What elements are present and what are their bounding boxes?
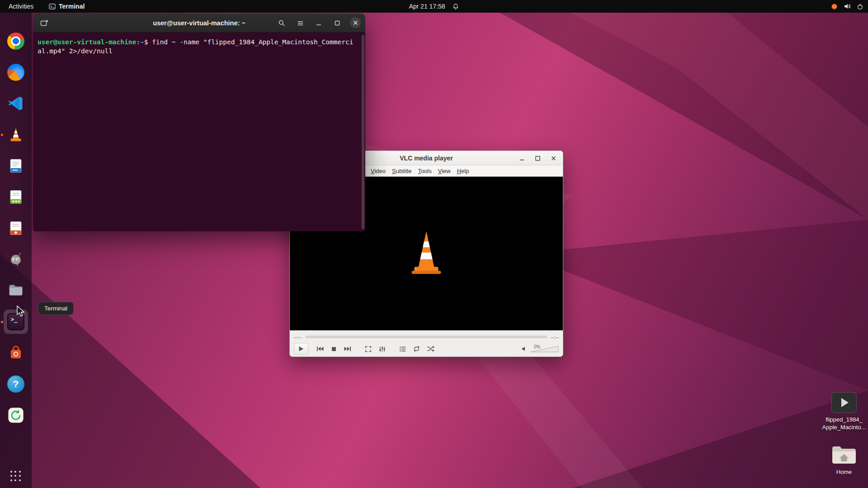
home-folder-icon	[831, 445, 857, 465]
vscode-icon	[8, 95, 24, 112]
menu-item-view[interactable]: View	[435, 167, 454, 175]
fullscreen-button[interactable]	[363, 344, 373, 354]
maximize-button[interactable]	[331, 17, 343, 29]
play-icon	[841, 398, 849, 407]
system-status-menu[interactable]	[831, 0, 863, 13]
new-tab-button[interactable]	[38, 17, 50, 29]
desktop-icon-home[interactable]: Home	[818, 445, 868, 476]
terminal-line: al.mp4" 2>/dev/null	[38, 47, 360, 56]
stop-button[interactable]	[328, 344, 339, 354]
time-elapsed: --:--	[294, 334, 302, 340]
previous-button[interactable]	[314, 344, 325, 354]
terminal-scrollbar[interactable]	[362, 35, 364, 229]
menu-button[interactable]	[294, 17, 306, 29]
dock-item-green-utility[interactable]	[4, 403, 28, 427]
running-indicator	[1, 134, 3, 136]
vlc-cone-logo	[400, 227, 453, 280]
vlc-maximize-button[interactable]	[533, 154, 542, 162]
dock-item-chrome[interactable]	[4, 29, 28, 53]
gimp-icon	[8, 251, 24, 267]
prompt-path: ~	[140, 38, 144, 46]
volume-percent: 0%	[534, 344, 540, 349]
terminal-body[interactable]: user@user-virtual-machine:~$ find ~ -nam…	[33, 33, 365, 231]
show-applications-button[interactable]	[10, 471, 21, 482]
extended-settings-button[interactable]	[377, 344, 387, 354]
playlist-button[interactable]	[397, 344, 408, 354]
terminal-app-icon	[49, 3, 56, 10]
seek-slider[interactable]	[306, 336, 547, 338]
focused-app-name: Terminal	[59, 3, 85, 10]
vlc-icon	[8, 127, 24, 143]
menu-item-help[interactable]: Help	[454, 167, 472, 175]
play-button[interactable]	[294, 343, 308, 355]
dock-item-files[interactable]	[4, 278, 28, 303]
files-icon	[8, 282, 24, 299]
video-thumbnail	[831, 392, 857, 413]
mouse-cursor	[16, 305, 26, 317]
vlc-minimize-button[interactable]	[518, 154, 526, 162]
loop-button[interactable]	[411, 344, 422, 354]
dock-item-firefox[interactable]	[4, 60, 28, 84]
vlc-close-button[interactable]	[549, 154, 557, 162]
close-button[interactable]	[350, 17, 361, 28]
vlc-controls: --:-- --:--	[290, 330, 563, 357]
help-icon	[7, 375, 24, 393]
terminal-line: user@user-virtual-machine:~$ find ~ -nam…	[38, 38, 360, 47]
menu-item-video[interactable]: Video	[368, 167, 389, 175]
dock-item-libreoffice-calc[interactable]	[4, 185, 28, 209]
clock: Apr 21 17:58	[409, 3, 445, 10]
dock-item-libreoffice-impress[interactable]	[4, 216, 28, 240]
terminal-window: user@user-virtual-machine: ~ user@user-v…	[33, 14, 365, 231]
dock-item-help[interactable]	[4, 372, 28, 396]
green-utility-icon	[8, 407, 24, 423]
dock-item-ubuntu-software[interactable]	[4, 341, 28, 365]
next-button[interactable]	[342, 344, 353, 354]
time-remaining: --:--	[551, 334, 559, 340]
activities-button[interactable]: Activities	[5, 0, 38, 13]
dock-item-gimp[interactable]	[4, 247, 28, 272]
update-notifier-icon	[831, 3, 838, 10]
libreoffice-impress-icon	[8, 221, 24, 236]
libreoffice-writer-icon	[8, 158, 24, 174]
chrome-icon	[7, 33, 24, 50]
running-indicator	[1, 321, 3, 323]
power-icon	[857, 3, 863, 10]
firefox-icon	[7, 64, 24, 81]
volume-control[interactable]: 0%	[521, 346, 559, 352]
menu-item-tools[interactable]: Tools	[415, 167, 434, 175]
ubuntu-software-icon	[8, 345, 24, 361]
libreoffice-calc-icon	[8, 189, 24, 205]
desktop-icon-video-file[interactable]: flipped_1984_ Apple_Macinto...	[818, 392, 868, 431]
prompt-user: user@user-virtual-machine	[38, 38, 136, 46]
top-bar: Activities Terminal Apr 21 17:58	[0, 0, 868, 13]
speaker-icon	[521, 346, 528, 352]
home-label: Home	[836, 468, 852, 476]
menu-item-subtitle[interactable]: Subtitle	[389, 167, 415, 175]
dock-item-libreoffice-writer[interactable]	[4, 154, 28, 178]
volume-icon	[844, 3, 851, 10]
video-file-label: flipped_1984_ Apple_Macinto...	[822, 416, 866, 431]
minimize-button[interactable]	[313, 17, 325, 29]
prompt-colon: :	[136, 38, 140, 46]
dock-item-vlc[interactable]	[4, 122, 28, 147]
dock-tooltip: Terminal	[38, 302, 74, 315]
random-button[interactable]	[425, 344, 436, 354]
command-text: find ~ -name "flipped_1984_Apple_Macinto…	[148, 38, 353, 46]
dock	[0, 13, 32, 488]
clock-menu[interactable]: Apr 21 17:58	[409, 0, 459, 13]
notification-bell-icon	[453, 3, 459, 10]
command-text-wrapped: al.mp4" 2>/dev/null	[38, 47, 113, 55]
dock-item-vscode[interactable]	[4, 91, 28, 116]
vlc-window-title: VLC media player	[400, 155, 453, 162]
focused-app-menu[interactable]: Terminal	[49, 0, 85, 13]
terminal-headerbar[interactable]: user@user-virtual-machine: ~	[33, 14, 365, 33]
search-button[interactable]	[276, 17, 288, 29]
